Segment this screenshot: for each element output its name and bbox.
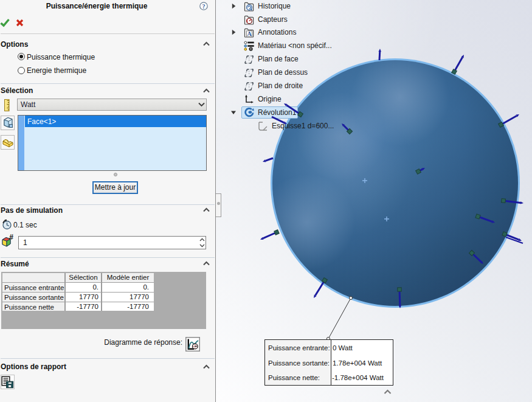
svg-text:#: # xyxy=(9,234,13,241)
svg-text:?: ? xyxy=(202,3,206,10)
